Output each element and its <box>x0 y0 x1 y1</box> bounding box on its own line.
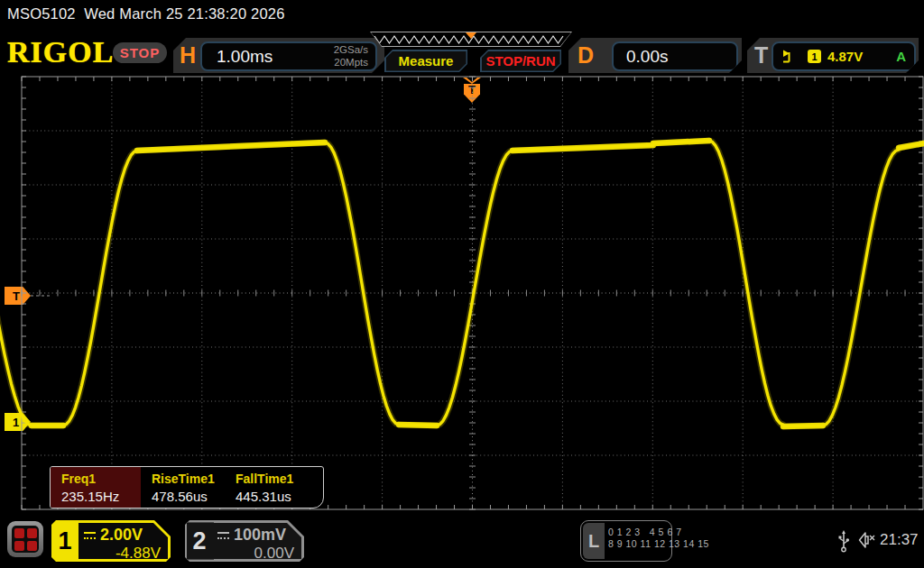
measurement-panel: Freq1235.15HzRiseTime1478.56usFallTime14… <box>50 466 324 508</box>
measurement-value: 445.31us <box>236 489 323 504</box>
measurement-value: 235.15Hz <box>61 489 141 504</box>
oscilloscope-screen: MSO5102 Wed March 25 21:38:20 2026 RIGOL… <box>0 0 924 568</box>
measurement-value: 478.56us <box>152 489 225 504</box>
measurement-cell-falltime1[interactable]: FallTime1445.31us <box>225 467 323 508</box>
measurement-label: FallTime1 <box>236 472 323 486</box>
measurement-label: Freq1 <box>61 472 141 486</box>
ch1-waveform-trace <box>0 141 924 426</box>
measurement-cell-freq1[interactable]: Freq1235.15Hz <box>51 467 141 508</box>
measurement-label: RiseTime1 <box>152 472 225 486</box>
measurement-cell-risetime1[interactable]: RiseTime1478.56us <box>141 467 225 508</box>
ch1-waveform-glow <box>0 141 924 426</box>
